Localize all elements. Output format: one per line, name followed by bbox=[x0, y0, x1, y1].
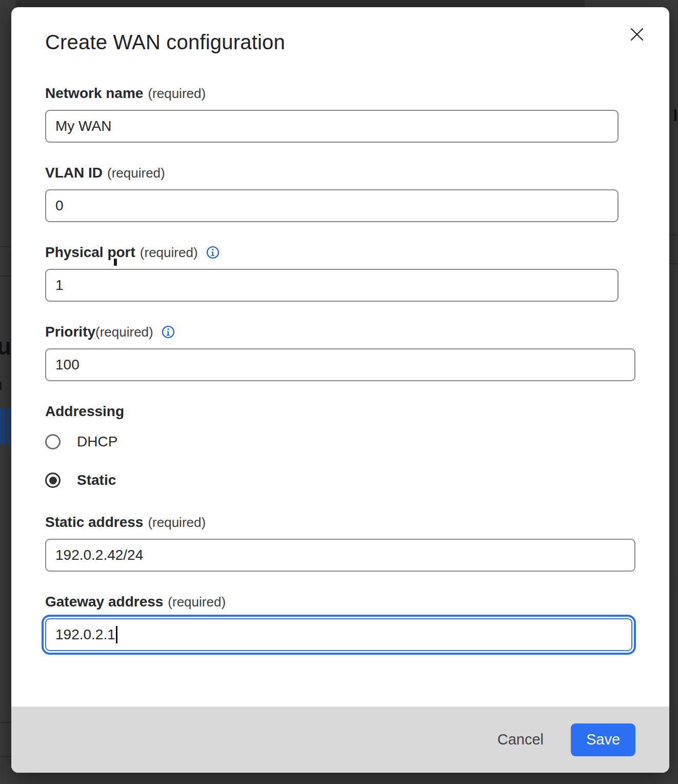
save-button[interactable]: Save bbox=[571, 723, 635, 756]
addressing-option-static[interactable]: Static bbox=[45, 472, 635, 488]
static-address-field-group: Static address (required) bbox=[45, 514, 635, 572]
background-table-line bbox=[668, 234, 678, 236]
priority-input[interactable] bbox=[45, 348, 635, 381]
radio-label[interactable]: DHCP bbox=[77, 434, 117, 450]
background-text-fragment: gu bbox=[0, 332, 11, 360]
background-table-line bbox=[0, 722, 11, 723]
cancel-button[interactable]: Cancel bbox=[495, 727, 546, 752]
gateway-address-label: Gateway address (required) bbox=[45, 594, 635, 610]
static-address-input[interactable] bbox=[45, 539, 635, 572]
background-table-line bbox=[668, 263, 678, 264]
background-table-line bbox=[0, 246, 11, 247]
required-hint: (required) bbox=[95, 324, 153, 340]
gateway-address-input[interactable] bbox=[45, 618, 632, 651]
create-wan-dialog: Create WAN configuration Network name (r… bbox=[11, 7, 669, 773]
label-text: VLAN ID bbox=[45, 165, 103, 181]
addressing-heading: Addressing bbox=[45, 403, 635, 420]
background-blue-button-fragment bbox=[0, 408, 5, 445]
label-text: Network name bbox=[45, 85, 143, 102]
radio-button[interactable] bbox=[45, 434, 61, 449]
text-caret bbox=[116, 626, 117, 643]
network-name-label: Network name (required) bbox=[45, 85, 635, 102]
background-text-fragment: u bbox=[0, 376, 3, 394]
static-address-label: Static address (required) bbox=[45, 514, 635, 531]
close-icon bbox=[629, 27, 645, 42]
label-text: Static address bbox=[45, 514, 143, 531]
label-text: Priority bbox=[45, 324, 95, 340]
gateway-address-field-group: Gateway address (required) bbox=[45, 594, 635, 651]
vlan-id-input[interactable] bbox=[45, 189, 619, 222]
required-hint: (required) bbox=[148, 514, 206, 531]
gateway-address-input-wrapper bbox=[45, 618, 635, 651]
vlan-id-field-group: VLAN ID (required) bbox=[45, 165, 635, 222]
priority-field-group: Priority (required) bbox=[45, 324, 635, 381]
label-text: Physical port bbox=[45, 244, 135, 261]
text-cursor-artifact bbox=[114, 259, 117, 266]
radio-label[interactable]: Static bbox=[77, 472, 116, 488]
vlan-id-label: VLAN ID (required) bbox=[45, 165, 635, 181]
required-hint: (required) bbox=[168, 594, 226, 610]
physical-port-label: Physical port (required) bbox=[45, 244, 635, 261]
dialog-footer: Cancel Save bbox=[11, 707, 669, 773]
screen: gu u : l t Create WAN configuration Netw… bbox=[0, 0, 678, 784]
required-hint: (required) bbox=[148, 85, 206, 102]
network-name-input[interactable] bbox=[45, 110, 619, 143]
close-button[interactable] bbox=[628, 26, 646, 43]
priority-label: Priority (required) bbox=[45, 324, 635, 340]
background-table-line bbox=[0, 756, 11, 757]
dialog-body: Create WAN configuration Network name (r… bbox=[11, 7, 669, 707]
background-header-edge bbox=[15, 0, 585, 7]
addressing-option-dhcp[interactable]: DHCP bbox=[45, 434, 635, 450]
physical-port-input[interactable] bbox=[45, 269, 619, 302]
network-name-field-group: Network name (required) bbox=[45, 85, 635, 143]
required-hint: (required) bbox=[107, 165, 165, 181]
radio-button-selected[interactable] bbox=[45, 473, 61, 488]
required-hint: (required) bbox=[140, 244, 198, 261]
info-icon[interactable] bbox=[206, 246, 220, 259]
label-text: Gateway address bbox=[45, 594, 163, 610]
background-table-line bbox=[0, 276, 11, 277]
info-icon[interactable] bbox=[162, 325, 175, 339]
dialog-title: Create WAN configuration bbox=[45, 30, 635, 54]
physical-port-field-group: Physical port (required) bbox=[45, 244, 635, 302]
